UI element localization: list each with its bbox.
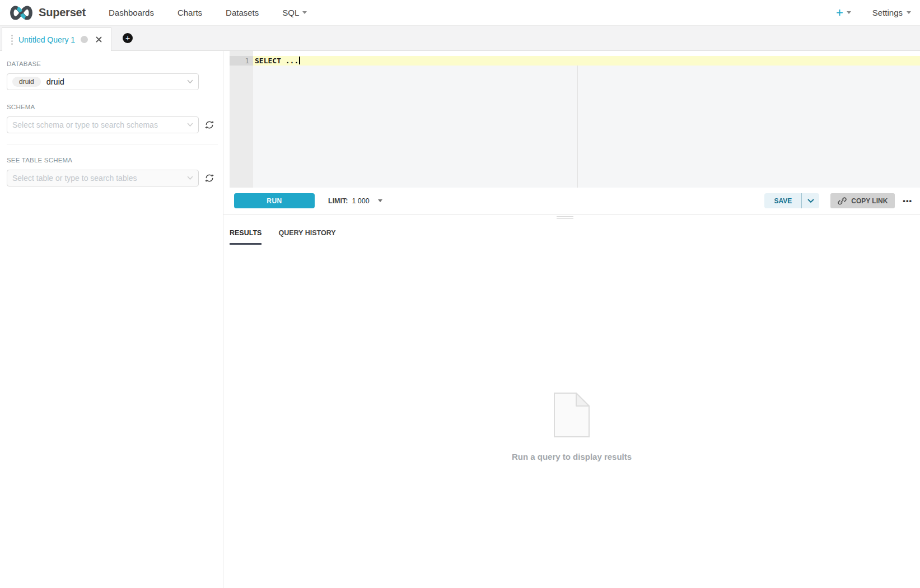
query-tab-strip: Untitled Query 1 + [0,26,920,51]
more-actions-button[interactable]: ••• [903,197,912,205]
schema-select-placeholder: Select schema or type to search schemas [12,120,158,129]
settings-menu[interactable]: Settings [872,8,911,17]
tab-query-history[interactable]: QUERY HISTORY [278,229,335,245]
see-table-schema-label: SEE TABLE SCHEMA [7,157,216,164]
schema-label: SCHEMA [7,104,216,110]
caret-down-icon [847,11,851,14]
brand-title: Superset [39,6,86,19]
editor-line-number: 1 [230,56,253,66]
refresh-tables-button[interactable] [204,172,215,184]
editor-gutter: 1 [230,51,253,188]
editor-active-line-highlight [253,56,920,66]
sqllab-left-panel: DATABASE druid druid SCHEMA Select schem… [0,51,223,588]
limit-value: 1 000 [352,197,369,205]
run-button[interactable]: RUN [234,193,315,208]
database-type-badge: druid [12,77,41,87]
copy-link-label: COPY LINK [851,197,888,205]
sidebar-divider [7,144,218,144]
nav-sql-menu[interactable]: SQL [270,8,319,17]
database-select[interactable]: druid druid [7,73,199,90]
settings-label: Settings [872,8,903,17]
sql-editor[interactable]: 1 SELECT ... [223,51,920,188]
refresh-schemas-button[interactable] [204,119,215,130]
query-state-dot [81,36,88,43]
database-label: DATABASE [7,60,216,67]
editor-body[interactable] [253,66,920,188]
query-tab-untitled-query-1[interactable]: Untitled Query 1 [2,27,111,51]
nav-charts[interactable]: Charts [166,8,214,17]
sqllab-main-panel: 1 SELECT ... RUN LIMIT: 1 000 SAVE [223,51,920,588]
database-select-value: druid [46,77,64,86]
copy-link-button[interactable]: COPY LINK [830,193,895,208]
sql-lab-page: Superset Dashboards Charts Datasets SQL … [0,0,920,588]
caret-down-icon [907,11,911,14]
chevron-down-icon [807,199,814,203]
tab-results[interactable]: RESULTS [230,229,261,245]
text-cursor [299,57,300,64]
caret-down-icon [302,11,307,14]
caret-down-icon [378,199,382,202]
limit-dropdown[interactable]: LIMIT: 1 000 [328,197,382,205]
superset-logo[interactable]: Superset [9,5,86,21]
nav-datasets[interactable]: Datasets [214,8,270,17]
save-split-button: SAVE [764,193,819,208]
nav-dashboards[interactable]: Dashboards [97,8,166,17]
sql-toolbar: RUN LIMIT: 1 000 SAVE [223,188,920,214]
new-item-menu[interactable]: + [836,7,851,18]
limit-label: LIMIT: [328,197,348,205]
editor-code-line[interactable]: SELECT ... [255,56,300,66]
save-button[interactable]: SAVE [764,193,801,208]
results-empty-state: Run a query to display results [223,393,920,461]
empty-results-message: Run a query to display results [223,452,920,461]
chevron-down-icon [187,123,193,127]
schema-select[interactable]: Select schema or type to search schemas [7,116,199,133]
save-options-button[interactable] [802,193,819,208]
document-icon [554,393,590,437]
results-tab-bar: RESULTS QUERY HISTORY [223,229,920,245]
drag-handle-icon[interactable] [11,35,13,45]
close-icon [96,36,102,43]
table-select-placeholder: Select table or type to search tables [12,174,137,183]
plus-icon: + [836,7,843,18]
top-navbar: Superset Dashboards Charts Datasets SQL … [0,0,920,26]
refresh-icon [204,173,214,183]
pane-resize-handle[interactable] [557,216,573,221]
results-pane: RESULTS QUERY HISTORY Run a query to dis… [223,214,920,588]
chevron-down-icon [187,176,193,180]
editor-print-margin [577,66,578,188]
link-icon [838,197,847,206]
close-tab-button[interactable] [96,36,102,43]
refresh-icon [204,120,214,130]
plus-icon: + [125,34,130,42]
query-tab-label: Untitled Query 1 [18,35,75,44]
add-tab-button[interactable]: + [123,33,133,43]
chevron-down-icon [187,80,193,84]
superset-infinity-icon [9,5,34,21]
table-select[interactable]: Select table or type to search tables [7,170,199,186]
main-nav: Dashboards Charts Datasets SQL [97,8,319,17]
